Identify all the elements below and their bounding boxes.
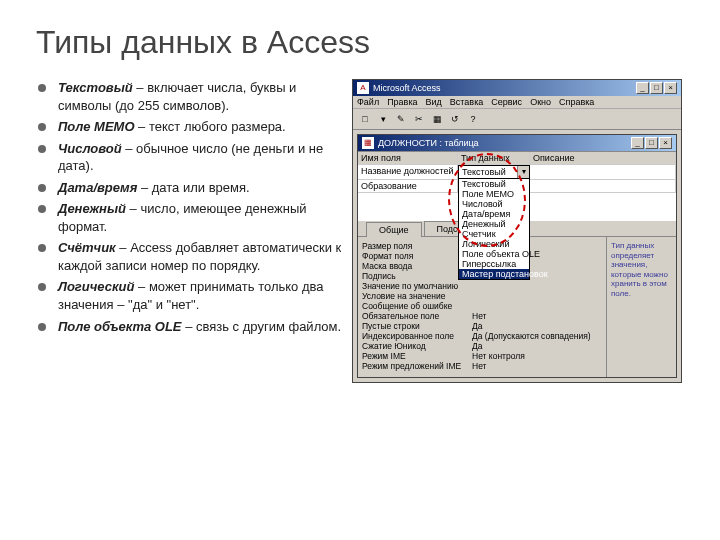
field-name-cell[interactable]: Название должностей xyxy=(358,165,458,179)
toolbar-button[interactable]: ✂ xyxy=(411,111,427,127)
bullet-icon xyxy=(38,205,46,213)
property-value[interactable] xyxy=(472,301,602,311)
app-icon: A xyxy=(357,82,369,94)
property-value[interactable] xyxy=(472,281,602,291)
toolbar: □ ▾ ✎ ✂ ▦ ↺ ? xyxy=(353,109,681,130)
toolbar-button[interactable]: ↺ xyxy=(447,111,463,127)
item-text: Числовой – обычное число (не деньги и не… xyxy=(58,140,346,175)
bullet-icon xyxy=(38,184,46,192)
close-button[interactable]: × xyxy=(664,82,677,94)
toolbar-button[interactable]: ✎ xyxy=(393,111,409,127)
grid-body[interactable]: Название должностей Текстовый ▾ Образова… xyxy=(358,165,676,221)
property-value[interactable] xyxy=(472,291,602,301)
property-label: Условие на значение xyxy=(362,291,472,301)
menu-item[interactable]: Правка xyxy=(387,97,417,107)
property-row[interactable]: Режим предложений IMEНет xyxy=(362,361,602,371)
property-label: Значение по умолчанию xyxy=(362,281,472,291)
dropdown-option[interactable]: Мастер подстановок xyxy=(459,269,529,279)
property-value[interactable]: Да xyxy=(472,321,602,331)
property-label: Размер поля xyxy=(362,241,472,251)
property-row[interactable]: Условие на значение xyxy=(362,291,602,301)
property-label: Сообщение об ошибке xyxy=(362,301,472,311)
property-row[interactable]: Режим IMEНет контроля xyxy=(362,351,602,361)
property-label: Маска ввода xyxy=(362,261,472,271)
menu-item[interactable]: Файл xyxy=(357,97,379,107)
list-item: Дата/время – дата или время. xyxy=(36,179,346,197)
app-title: Microsoft Access xyxy=(373,83,441,93)
app-titlebar: A Microsoft Access _ □ × xyxy=(353,80,681,96)
property-value[interactable]: Да xyxy=(472,341,602,351)
dropdown-option[interactable]: Логический xyxy=(459,239,529,249)
property-row[interactable]: Пустые строкиДа xyxy=(362,321,602,331)
menubar: ФайлПравкаВидВставкаСервисОкноСправка xyxy=(353,96,681,109)
col-header-name: Имя поля xyxy=(358,152,458,164)
property-label: Сжатие Юникод xyxy=(362,341,472,351)
description-cell[interactable] xyxy=(530,165,676,179)
maximize-button[interactable]: □ xyxy=(650,82,663,94)
dropdown-option[interactable]: Поле МЕМО xyxy=(459,189,529,199)
item-text: Денежный – число, имеющее денежный форма… xyxy=(58,200,346,235)
property-label: Индексированное поле xyxy=(362,331,472,341)
property-label: Пустые строки xyxy=(362,321,472,331)
menu-item[interactable]: Вставка xyxy=(450,97,483,107)
menu-item[interactable]: Сервис xyxy=(491,97,522,107)
dropdown-option[interactable]: Денежный xyxy=(459,219,529,229)
sub-close-button[interactable]: × xyxy=(659,137,672,149)
property-row[interactable]: Сжатие ЮникодДа xyxy=(362,341,602,351)
toolbar-button[interactable]: ▾ xyxy=(375,111,391,127)
bullet-icon xyxy=(38,244,46,252)
property-value[interactable]: Нет контроля xyxy=(472,351,602,361)
property-row[interactable]: Обязательное полеНет xyxy=(362,311,602,321)
property-row[interactable]: Сообщение об ошибке xyxy=(362,301,602,311)
dropdown-option[interactable]: Гиперссылка xyxy=(459,259,529,269)
subwin-titlebar: ▦ ДОЛЖНОСТИ : таблица _ □ × xyxy=(358,135,676,151)
col-header-desc: Описание xyxy=(530,152,676,164)
description-cell[interactable] xyxy=(530,180,676,192)
dropdown-option[interactable]: Счетчик xyxy=(459,229,529,239)
minimize-button[interactable]: _ xyxy=(636,82,649,94)
property-help: Тип данных определяет значения, которые … xyxy=(606,237,676,377)
property-label: Режим предложений IME xyxy=(362,361,472,371)
table-design-window: ▦ ДОЛЖНОСТИ : таблица _ □ × Имя поля Тип… xyxy=(357,134,677,378)
menu-item[interactable]: Окно xyxy=(530,97,551,107)
property-label: Режим IME xyxy=(362,351,472,361)
property-value[interactable]: Нет xyxy=(472,311,602,321)
bullet-icon xyxy=(38,145,46,153)
list-item: Денежный – число, имеющее денежный форма… xyxy=(36,200,346,235)
item-text: Текстовый – включает числа, буквы и симв… xyxy=(58,79,346,114)
sub-minimize-button[interactable]: _ xyxy=(631,137,644,149)
property-value[interactable]: Да (Допускаются совпадения) xyxy=(472,331,602,341)
list-item: Счётчик – Access добавляет автоматически… xyxy=(36,239,346,274)
sub-maximize-button[interactable]: □ xyxy=(645,137,658,149)
item-text: Счётчик – Access добавляет автоматически… xyxy=(58,239,346,274)
item-text: Поле МЕМО – текст любого размера. xyxy=(58,118,286,136)
menu-item[interactable]: Вид xyxy=(426,97,442,107)
list-item: Поле МЕМО – текст любого размера. xyxy=(36,118,346,136)
property-row[interactable]: Индексированное полеДа (Допускаются совп… xyxy=(362,331,602,341)
property-value[interactable]: Нет xyxy=(472,361,602,371)
property-row[interactable]: Значение по умолчанию xyxy=(362,281,602,291)
field-name-cell[interactable]: Образование xyxy=(358,180,458,192)
datatype-dropdown[interactable]: ТекстовыйПоле МЕМОЧисловойДата/времяДене… xyxy=(458,178,530,280)
toolbar-button[interactable]: ? xyxy=(465,111,481,127)
subwin-title: ДОЛЖНОСТИ : таблица xyxy=(378,138,479,148)
dropdown-option[interactable]: Числовой xyxy=(459,199,529,209)
item-text: Дата/время – дата или время. xyxy=(58,179,250,197)
tab-general[interactable]: Общие xyxy=(366,222,422,237)
property-label: Формат поля xyxy=(362,251,472,261)
table-icon: ▦ xyxy=(362,137,374,149)
dropdown-option[interactable]: Дата/время xyxy=(459,209,529,219)
dropdown-arrow-icon[interactable]: ▾ xyxy=(517,166,529,178)
toolbar-button[interactable]: □ xyxy=(357,111,373,127)
bullet-icon xyxy=(38,123,46,131)
dropdown-option[interactable]: Поле объекта OLE xyxy=(459,249,529,259)
dropdown-option[interactable]: Текстовый xyxy=(459,179,529,189)
datatype-cell[interactable]: Текстовый ▾ xyxy=(458,165,530,179)
toolbar-button[interactable]: ▦ xyxy=(429,111,445,127)
menu-item[interactable]: Справка xyxy=(559,97,594,107)
list-item: Текстовый – включает числа, буквы и симв… xyxy=(36,79,346,114)
list-item: Логический – может принимать только два … xyxy=(36,278,346,313)
slide-title: Типы данных в Access xyxy=(36,24,684,61)
bullet-icon xyxy=(38,283,46,291)
access-app-window: A Microsoft Access _ □ × ФайлПравкаВидВс… xyxy=(352,79,682,383)
